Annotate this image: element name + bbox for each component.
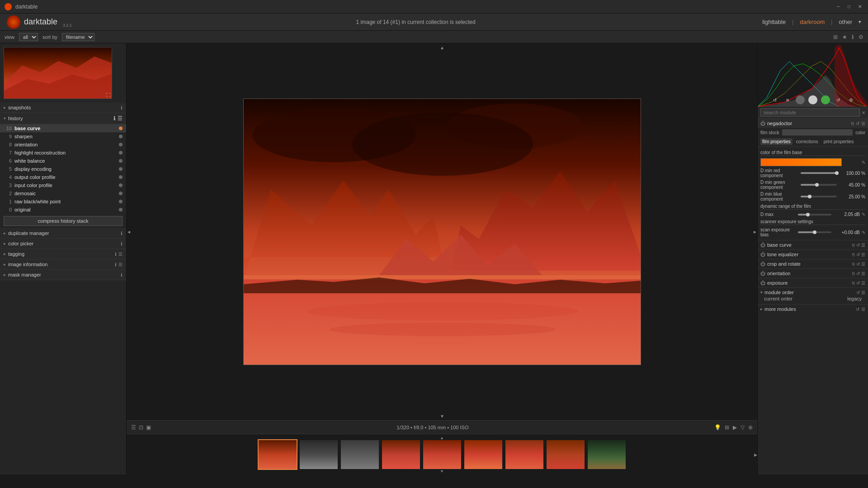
crop-rotate-menu-icon[interactable]: ☰: [861, 262, 865, 267]
mask-manager-header[interactable]: ▸ mask manager ℹ: [0, 270, 126, 280]
info-icon[interactable]: ℹ: [852, 34, 854, 40]
film-thumb-7[interactable]: [505, 439, 544, 470]
film-thumb-8[interactable]: [546, 439, 585, 470]
history-item-display-encoding[interactable]: 5 display encoding: [0, 165, 126, 173]
dup-info-icon[interactable]: ℹ: [121, 231, 123, 236]
orientation-menu-icon[interactable]: ☰: [861, 271, 865, 276]
settings-icon[interactable]: ⚙: [859, 34, 863, 40]
tone-eq-menu-icon[interactable]: ☰: [861, 252, 865, 257]
grid-icon[interactable]: ⊞: [833, 34, 838, 40]
base-curve-menu-icon[interactable]: ☰: [861, 243, 865, 248]
histogram-circle-btn[interactable]: [796, 95, 805, 104]
more-modules-reset-icon[interactable]: ↺: [856, 307, 859, 312]
negadoctor-reset-icon[interactable]: ↺: [856, 121, 859, 126]
search-clear-icon[interactable]: ✕: [862, 110, 865, 115]
sort-select[interactable]: filename: [62, 33, 94, 41]
film-thumb-9[interactable]: [587, 439, 627, 470]
image-right-arrow[interactable]: ▸: [753, 228, 757, 236]
more-modules-section[interactable]: ▸ more modules ↺ ☰: [758, 305, 868, 314]
history-item-orientation[interactable]: 8 orientation: [0, 141, 126, 149]
image-left-arrow[interactable]: ◂: [127, 228, 131, 236]
exposure-menu-icon[interactable]: ☰: [861, 281, 865, 286]
module-order-header[interactable]: ▾ module order ↺ ☰: [760, 290, 865, 295]
lightbulb-icon[interactable]: 💡: [714, 424, 721, 431]
minimize-button[interactable]: ─: [835, 3, 842, 10]
histogram-reset2-btn[interactable]: ↺: [834, 95, 843, 104]
search-module-input[interactable]: [760, 108, 860, 117]
view-options-icon[interactable]: ☰: [131, 424, 136, 431]
exposure-reset-icon[interactable]: ↺: [856, 281, 860, 286]
scan-exposure-edit-icon[interactable]: ✎: [862, 230, 865, 235]
history-item-sharpen[interactable]: 9 sharpen: [0, 132, 126, 141]
film-thumb-1[interactable]: [258, 439, 297, 470]
export-icon[interactable]: ▽: [741, 424, 745, 431]
snapshots-info-icon[interactable]: ℹ: [121, 105, 123, 110]
negadoctor-header[interactable]: ⏻ negadoctor ⎘ ↺ ☰: [758, 119, 868, 128]
base-curve-reset-icon[interactable]: ↺: [856, 243, 860, 248]
star-icon[interactable]: ★: [842, 34, 847, 40]
scan-exposure-bias-slider[interactable]: [798, 231, 832, 233]
history-item-base-curve[interactable]: 10 base curve: [0, 124, 126, 132]
imginfo-info-icon[interactable]: ℹ: [115, 262, 117, 267]
cp-info-icon[interactable]: ℹ: [121, 241, 123, 246]
history-item-raw-black/white-point[interactable]: 1 raw black/white point: [0, 197, 126, 206]
snapshots-header[interactable]: ▸ snapshots ℹ: [0, 103, 126, 113]
exposure-copy-icon[interactable]: ⎘: [852, 281, 855, 286]
exposure-power-icon[interactable]: ⏻: [760, 280, 765, 286]
compare-icon[interactable]: ⊡: [139, 424, 143, 431]
histogram-settings-btn[interactable]: ⚙: [846, 95, 855, 104]
grid2-icon[interactable]: ⊕: [748, 424, 753, 431]
film-thumb-6[interactable]: [463, 439, 503, 470]
color-edit-icon[interactable]: ✎: [862, 160, 865, 165]
film-thumb-2[interactable]: [299, 439, 339, 470]
tab-corrections[interactable]: corrections: [794, 138, 820, 145]
nav-dropdown-arrow[interactable]: ▾: [859, 19, 861, 25]
tone-eq-copy-icon[interactable]: ⎘: [852, 252, 855, 257]
darkroom-nav-btn[interactable]: darkroom: [797, 18, 827, 26]
history-item-output-color-profile[interactable]: 4 output color profile: [0, 173, 126, 181]
d-min-red-slider[interactable]: [801, 172, 837, 174]
orientation-reset-icon[interactable]: ↺: [856, 271, 860, 276]
tab-print-properties[interactable]: print properties: [822, 138, 856, 145]
film-base-color-swatch[interactable]: [760, 158, 842, 166]
histogram-green-btn[interactable]: [821, 95, 830, 104]
duplicate-manager-header[interactable]: ▸ duplicate manager ℹ: [0, 228, 126, 238]
layout-icon[interactable]: ▣: [146, 424, 151, 431]
tagging-header[interactable]: ▸ tagging ℹ ☰: [0, 249, 126, 259]
history-item-white-balance[interactable]: 6 white balance: [0, 157, 126, 165]
film-thumb-3[interactable]: [340, 439, 380, 470]
view-select[interactable]: all: [19, 33, 38, 41]
module-order-reset-icon[interactable]: ↺: [856, 290, 860, 295]
image-top-arrow[interactable]: ▴: [440, 43, 444, 52]
history-item-demosaic[interactable]: 2 demosaic: [0, 189, 126, 197]
play-icon[interactable]: ▶: [733, 424, 737, 431]
negadoctor-menu-icon[interactable]: ☰: [861, 121, 865, 126]
histogram-reset-btn[interactable]: ↺: [770, 95, 779, 104]
tab-film-properties[interactable]: film properties: [760, 138, 793, 145]
tone-eq-power-icon[interactable]: ⏻: [760, 252, 765, 257]
thumbnail-expand-icon[interactable]: ⛶: [106, 93, 111, 98]
history-info-icon[interactable]: ℹ: [113, 115, 116, 122]
base-curve-copy-icon[interactable]: ⎘: [852, 243, 855, 248]
more-modules-menu-icon[interactable]: ☰: [861, 307, 865, 312]
d-min-green-slider[interactable]: [801, 184, 837, 186]
image-information-header[interactable]: ▸ image information ℹ ☰: [0, 259, 126, 269]
rgb-icon[interactable]: ⊞: [725, 424, 729, 431]
tone-eq-reset-icon[interactable]: ↺: [856, 252, 860, 257]
tagging-info-icon[interactable]: ℹ: [115, 252, 117, 257]
orientation-power-icon[interactable]: ⏻: [760, 271, 765, 276]
d-min-blue-slider[interactable]: [801, 196, 837, 197]
negadoctor-power-icon[interactable]: ⏻: [760, 121, 765, 126]
image-bottom-arrow[interactable]: ▾: [440, 412, 444, 420]
history-menu-icon[interactable]: ☰: [118, 115, 123, 122]
color-picker-header[interactable]: ▸ color picker ℹ: [0, 239, 126, 249]
imginfo-menu-icon[interactable]: ☰: [118, 262, 123, 267]
filmstrip-right-arrow[interactable]: ▸: [754, 451, 757, 458]
compress-history-button[interactable]: compress history stack: [4, 216, 123, 226]
d-max-edit-icon[interactable]: ✎: [862, 212, 865, 217]
other-nav-btn[interactable]: other: [836, 18, 855, 26]
crop-rotate-copy-icon[interactable]: ⎘: [852, 262, 855, 267]
history-header[interactable]: ▾ history ℹ ☰: [0, 113, 126, 124]
history-item-highlight-reconstruction[interactable]: 7 highlight reconstruction: [0, 149, 126, 157]
tagging-menu-icon[interactable]: ☰: [118, 252, 123, 257]
